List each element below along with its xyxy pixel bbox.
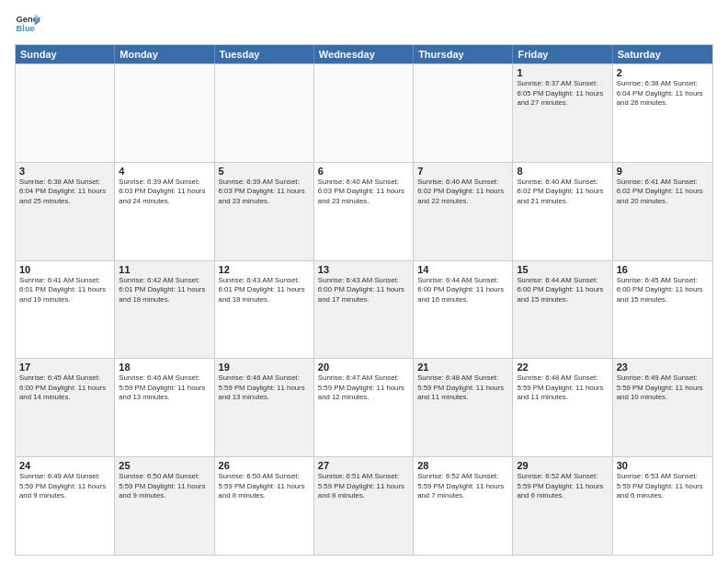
calendar-day-22: 22Sunrise: 6:48 AM Sunset: 5:59 PM Dayli… bbox=[513, 359, 612, 456]
calendar-week-3: 10Sunrise: 6:41 AM Sunset: 6:01 PM Dayli… bbox=[16, 260, 712, 359]
calendar-day-18: 18Sunrise: 6:46 AM Sunset: 5:59 PM Dayli… bbox=[115, 359, 214, 456]
day-info: Sunrise: 6:40 AM Sunset: 6:03 PM Dayligh… bbox=[318, 178, 409, 207]
svg-text:Blue: Blue bbox=[17, 24, 35, 33]
header-day-tuesday: Tuesday bbox=[215, 45, 314, 63]
day-number: 15 bbox=[517, 264, 608, 275]
day-number: 16 bbox=[617, 264, 709, 275]
calendar-empty-cell bbox=[414, 64, 513, 162]
calendar-day-3: 3Sunrise: 6:38 AM Sunset: 6:04 PM Daylig… bbox=[16, 163, 115, 260]
calendar-week-2: 3Sunrise: 6:38 AM Sunset: 6:04 PM Daylig… bbox=[16, 162, 712, 260]
calendar-day-1: 1Sunrise: 6:37 AM Sunset: 6:05 PM Daylig… bbox=[513, 64, 612, 162]
calendar-day-23: 23Sunrise: 6:49 AM Sunset: 5:59 PM Dayli… bbox=[613, 359, 712, 456]
day-number: 1 bbox=[517, 67, 608, 78]
day-info: Sunrise: 6:41 AM Sunset: 6:02 PM Dayligh… bbox=[617, 178, 709, 207]
calendar-day-17: 17Sunrise: 6:45 AM Sunset: 6:00 PM Dayli… bbox=[16, 359, 115, 456]
calendar-empty-cell bbox=[16, 64, 115, 162]
logo: General Blue bbox=[15, 11, 40, 37]
calendar-day-10: 10Sunrise: 6:41 AM Sunset: 6:01 PM Dayli… bbox=[16, 261, 115, 359]
calendar-day-8: 8Sunrise: 6:40 AM Sunset: 6:02 PM Daylig… bbox=[513, 163, 612, 260]
day-number: 17 bbox=[19, 362, 110, 373]
day-info: Sunrise: 6:46 AM Sunset: 5:59 PM Dayligh… bbox=[119, 373, 210, 403]
day-info: Sunrise: 6:41 AM Sunset: 6:01 PM Dayligh… bbox=[19, 276, 110, 305]
calendar-empty-cell bbox=[314, 64, 414, 162]
calendar-day-27: 27Sunrise: 6:51 AM Sunset: 5:59 PM Dayli… bbox=[314, 457, 414, 555]
calendar-empty-cell bbox=[115, 64, 214, 162]
calendar-day-12: 12Sunrise: 6:43 AM Sunset: 6:01 PM Dayli… bbox=[215, 261, 314, 359]
day-info: Sunrise: 6:40 AM Sunset: 6:02 PM Dayligh… bbox=[517, 178, 608, 207]
day-info: Sunrise: 6:50 AM Sunset: 5:59 PM Dayligh… bbox=[219, 472, 310, 501]
day-info: Sunrise: 6:44 AM Sunset: 6:00 PM Dayligh… bbox=[517, 276, 608, 305]
calendar-day-6: 6Sunrise: 6:40 AM Sunset: 6:03 PM Daylig… bbox=[314, 163, 414, 260]
logo-icon: General Blue bbox=[15, 11, 40, 37]
day-info: Sunrise: 6:52 AM Sunset: 5:59 PM Dayligh… bbox=[417, 472, 508, 501]
day-number: 6 bbox=[318, 166, 409, 177]
day-info: Sunrise: 6:49 AM Sunset: 5:59 PM Dayligh… bbox=[617, 373, 709, 403]
calendar-day-20: 20Sunrise: 6:47 AM Sunset: 5:59 PM Dayli… bbox=[314, 359, 414, 456]
page: General Blue SundayMondayTuesdayWednesda… bbox=[0, 0, 728, 563]
day-number: 23 bbox=[617, 362, 709, 373]
calendar: SundayMondayTuesdayWednesdayThursdayFrid… bbox=[15, 44, 713, 556]
day-number: 5 bbox=[219, 166, 310, 177]
day-number: 24 bbox=[19, 460, 110, 471]
day-info: Sunrise: 6:39 AM Sunset: 6:03 PM Dayligh… bbox=[219, 178, 310, 207]
calendar-day-21: 21Sunrise: 6:48 AM Sunset: 5:59 PM Dayli… bbox=[414, 359, 513, 456]
day-info: Sunrise: 6:52 AM Sunset: 5:59 PM Dayligh… bbox=[517, 472, 608, 501]
day-info: Sunrise: 6:45 AM Sunset: 6:00 PM Dayligh… bbox=[617, 276, 709, 305]
day-info: Sunrise: 6:37 AM Sunset: 6:05 PM Dayligh… bbox=[517, 79, 608, 109]
calendar-week-4: 17Sunrise: 6:45 AM Sunset: 6:00 PM Dayli… bbox=[16, 358, 712, 456]
day-number: 20 bbox=[318, 362, 409, 373]
calendar-week-5: 24Sunrise: 6:49 AM Sunset: 5:59 PM Dayli… bbox=[16, 456, 712, 555]
day-number: 12 bbox=[219, 264, 310, 275]
calendar-day-2: 2Sunrise: 6:38 AM Sunset: 6:04 PM Daylig… bbox=[613, 64, 712, 162]
calendar-day-24: 24Sunrise: 6:49 AM Sunset: 5:59 PM Dayli… bbox=[16, 457, 115, 555]
day-info: Sunrise: 6:47 AM Sunset: 5:59 PM Dayligh… bbox=[318, 373, 409, 403]
day-number: 29 bbox=[517, 460, 608, 471]
day-number: 13 bbox=[318, 264, 409, 275]
day-info: Sunrise: 6:44 AM Sunset: 6:00 PM Dayligh… bbox=[417, 276, 508, 305]
day-number: 14 bbox=[417, 264, 508, 275]
calendar-day-4: 4Sunrise: 6:39 AM Sunset: 6:03 PM Daylig… bbox=[115, 163, 214, 260]
day-number: 2 bbox=[617, 67, 709, 78]
header-day-sunday: Sunday bbox=[16, 45, 115, 63]
day-number: 22 bbox=[517, 362, 608, 373]
day-info: Sunrise: 6:48 AM Sunset: 5:59 PM Dayligh… bbox=[517, 373, 608, 403]
day-info: Sunrise: 6:40 AM Sunset: 6:02 PM Dayligh… bbox=[417, 178, 508, 207]
day-info: Sunrise: 6:46 AM Sunset: 5:59 PM Dayligh… bbox=[219, 373, 310, 403]
day-info: Sunrise: 6:42 AM Sunset: 6:01 PM Dayligh… bbox=[119, 276, 210, 305]
day-info: Sunrise: 6:49 AM Sunset: 5:59 PM Dayligh… bbox=[19, 472, 110, 501]
day-number: 11 bbox=[119, 264, 210, 275]
calendar-day-5: 5Sunrise: 6:39 AM Sunset: 6:03 PM Daylig… bbox=[215, 163, 314, 260]
header-day-monday: Monday bbox=[115, 45, 214, 63]
calendar-empty-cell bbox=[215, 64, 314, 162]
calendar-day-9: 9Sunrise: 6:41 AM Sunset: 6:02 PM Daylig… bbox=[613, 163, 712, 260]
header-day-friday: Friday bbox=[513, 45, 612, 63]
header-day-thursday: Thursday bbox=[414, 45, 513, 63]
header-day-saturday: Saturday bbox=[613, 45, 712, 63]
day-number: 10 bbox=[19, 264, 110, 275]
day-number: 30 bbox=[617, 460, 709, 471]
calendar-body: 1Sunrise: 6:37 AM Sunset: 6:05 PM Daylig… bbox=[16, 63, 712, 555]
calendar-day-11: 11Sunrise: 6:42 AM Sunset: 6:01 PM Dayli… bbox=[115, 261, 214, 359]
day-info: Sunrise: 6:38 AM Sunset: 6:04 PM Dayligh… bbox=[617, 79, 709, 109]
day-info: Sunrise: 6:39 AM Sunset: 6:03 PM Dayligh… bbox=[119, 178, 210, 207]
calendar-week-1: 1Sunrise: 6:37 AM Sunset: 6:05 PM Daylig… bbox=[16, 63, 712, 162]
day-number: 19 bbox=[219, 362, 310, 373]
day-number: 7 bbox=[417, 166, 508, 177]
day-number: 8 bbox=[517, 166, 608, 177]
day-info: Sunrise: 6:45 AM Sunset: 6:00 PM Dayligh… bbox=[19, 373, 110, 403]
calendar-day-7: 7Sunrise: 6:40 AM Sunset: 6:02 PM Daylig… bbox=[414, 163, 513, 260]
day-number: 25 bbox=[119, 460, 210, 471]
day-number: 27 bbox=[318, 460, 409, 471]
day-number: 21 bbox=[417, 362, 508, 373]
day-info: Sunrise: 6:53 AM Sunset: 5:59 PM Dayligh… bbox=[617, 472, 709, 501]
day-info: Sunrise: 6:51 AM Sunset: 5:59 PM Dayligh… bbox=[318, 472, 409, 501]
day-info: Sunrise: 6:43 AM Sunset: 6:01 PM Dayligh… bbox=[219, 276, 310, 305]
day-info: Sunrise: 6:48 AM Sunset: 5:59 PM Dayligh… bbox=[417, 373, 508, 403]
calendar-day-19: 19Sunrise: 6:46 AM Sunset: 5:59 PM Dayli… bbox=[215, 359, 314, 456]
calendar-day-25: 25Sunrise: 6:50 AM Sunset: 5:59 PM Dayli… bbox=[115, 457, 214, 555]
calendar-day-30: 30Sunrise: 6:53 AM Sunset: 5:59 PM Dayli… bbox=[613, 457, 712, 555]
calendar-day-15: 15Sunrise: 6:44 AM Sunset: 6:00 PM Dayli… bbox=[513, 261, 612, 359]
day-info: Sunrise: 6:38 AM Sunset: 6:04 PM Dayligh… bbox=[19, 178, 110, 207]
header: General Blue bbox=[15, 11, 713, 37]
day-info: Sunrise: 6:43 AM Sunset: 6:00 PM Dayligh… bbox=[318, 276, 409, 305]
